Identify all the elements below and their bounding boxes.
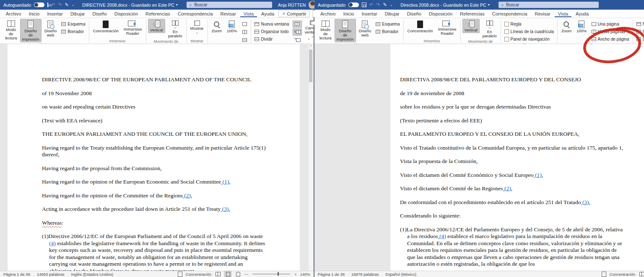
customize-toolbar-icon[interactable]: ⌄	[72, 3, 75, 7]
word-count[interactable]: 14693 palabras	[37, 272, 65, 277]
language-indicator[interactable]: Español (México)	[385, 272, 416, 277]
document-page[interactable]: DIRECTIVE 2008/98/EC OF THE EUROPEAN PAR…	[8, 44, 300, 271]
document-title[interactable]: DIRECTIVE 2008.docx - Guardado en Este P…	[82, 3, 177, 8]
arrange-all-button[interactable]: Organizar todo	[635, 28, 644, 35]
web-layout-button[interactable]: Diseño web	[357, 19, 374, 38]
share-button[interactable]: ↗ Compartir	[278, 10, 309, 17]
pen-icon[interactable]: ✎	[65, 3, 68, 7]
tab-correspondencia[interactable]: Correspondencia	[489, 10, 531, 17]
zoom-100-button[interactable]: 100%	[225, 19, 239, 34]
side-to-side-button[interactable]: ↔ En paralelo	[480, 19, 499, 39]
zoom-percentage[interactable]: 140%	[300, 272, 310, 277]
print-layout-button[interactable]: Diseño de impresión	[335, 19, 356, 42]
user-name[interactable]: Anja RÜTTEN	[278, 3, 306, 8]
read-mode-button[interactable]: Modo de lectura	[3, 19, 19, 41]
new-window-button[interactable]: Nueva ventana	[253, 21, 291, 27]
draft-button[interactable]: Borrador	[374, 28, 401, 35]
tab-vista[interactable]: Vista	[240, 10, 257, 17]
new-window-button[interactable]: Nueva ventana	[635, 21, 644, 27]
redo-icon[interactable]: ↷	[58, 3, 62, 7]
autosave-toggle[interactable]	[34, 3, 44, 7]
page-indicator[interactable]: Página 1 de 38	[318, 272, 345, 277]
split-button[interactable]: Dividir	[253, 36, 291, 42]
save-icon[interactable]	[362, 3, 366, 7]
read-mode-button[interactable]: Modo de lectura	[317, 19, 334, 41]
navigation-pane-checkbox[interactable]: Panel de navegación	[503, 36, 556, 42]
gridlines-checkbox[interactable]: Líneas de la cuadrícula	[503, 28, 556, 35]
arrange-all-button[interactable]: Organizar todo	[253, 28, 291, 35]
redo-icon[interactable]: ↷	[376, 3, 380, 7]
footnote-link[interactable]: (1)	[534, 172, 542, 178]
footnote-link[interactable]: (2)	[183, 192, 191, 199]
page-width-button[interactable]	[240, 36, 249, 44]
tab-revisar[interactable]: Revisar	[217, 10, 239, 17]
zoom-in-button[interactable]: +	[294, 272, 297, 277]
zoom-button[interactable]: Zoom	[210, 19, 224, 34]
tab-disposición[interactable]: Disposición	[111, 10, 141, 17]
tab-vista[interactable]: Vista	[555, 10, 571, 17]
tab-referencias[interactable]: Referencias	[142, 10, 174, 17]
immersive-reader-button[interactable]: Immersive Reader	[122, 19, 144, 36]
multiple-pages-button[interactable]	[240, 28, 249, 36]
footnote-link[interactable]: (3)	[581, 199, 589, 205]
view-side-by-side-button[interactable]	[293, 21, 302, 28]
print-layout-view-button[interactable]	[224, 271, 231, 277]
footnote-link[interactable]: (2)	[503, 185, 511, 192]
vertical-button[interactable]: ↕ Vertical	[462, 19, 480, 33]
tab-insertar[interactable]: Insertar	[44, 10, 66, 17]
scrollbar-thumb[interactable]	[309, 49, 312, 82]
outline-button[interactable]: Esquema	[60, 21, 87, 27]
scroll-up-icon[interactable]: ˄	[309, 44, 313, 47]
tab-diseño[interactable]: Diseño	[404, 10, 425, 17]
autosave-toggle[interactable]	[348, 3, 359, 7]
read-mode-view-button[interactable]	[639, 271, 644, 277]
undo-icon[interactable]: ↶	[51, 3, 55, 7]
split-button[interactable]: Dividir	[635, 36, 644, 42]
footnote-link[interactable]: (3)	[221, 206, 229, 212]
synchronous-scrolling-button[interactable]	[293, 28, 302, 36]
reset-window-position-button[interactable]	[293, 36, 302, 44]
one-page-button[interactable]	[240, 21, 249, 28]
pen-icon[interactable]: ✎	[383, 3, 387, 7]
zoom-100-button[interactable]: 100%	[574, 19, 589, 34]
footnote-link[interactable]: (1)	[221, 179, 229, 185]
tab-inicio[interactable]: Inicio	[340, 10, 358, 17]
tab-inicio[interactable]: Inicio	[26, 10, 43, 17]
zoom-button[interactable]: Zoom	[559, 19, 574, 34]
web-layout-view-button[interactable]	[235, 271, 241, 277]
show-dropdown-button[interactable]: Mostrar ⌄	[188, 19, 206, 35]
customize-toolbar-icon[interactable]: ⌄	[390, 3, 393, 7]
one-page-button[interactable]: Una página	[590, 21, 631, 27]
ruler-checkbox[interactable]: Regla	[503, 21, 556, 27]
tab-disposición[interactable]: Disposición	[426, 10, 456, 17]
tab-archivo[interactable]: Archivo	[317, 10, 339, 17]
tab-dibujar[interactable]: Dibujar	[382, 10, 403, 17]
tab-archivo[interactable]: Archivo	[3, 10, 25, 17]
multiple-pages-button[interactable]: Varias páginas	[590, 28, 631, 35]
vertical-scrollbar[interactable]: ˄	[309, 44, 313, 271]
focus-mode-button[interactable]: Concentración	[186, 272, 211, 277]
search-input[interactable]: ⌕ Buscar	[499, 2, 599, 8]
focus-mode-button[interactable]: Concentración	[610, 272, 635, 277]
tab-revisar[interactable]: Revisar	[532, 10, 554, 17]
tab-ayuda[interactable]: Ayuda	[572, 10, 592, 17]
collapse-ribbon-icon[interactable]: ⌃	[307, 38, 310, 42]
focus-button[interactable]: Concentración	[91, 19, 121, 34]
draft-button[interactable]: Borrador	[60, 28, 87, 35]
tab-dibujar[interactable]: Dibujar	[67, 10, 88, 17]
word-count[interactable]: 16878 palabras	[351, 272, 379, 277]
footnote-link[interactable]: (4)	[49, 240, 56, 246]
page-width-button[interactable]: Ancho de página	[590, 36, 631, 42]
page-indicator[interactable]: Página 1 de 36	[3, 272, 30, 277]
side-to-side-button[interactable]: ↔ En paralelo	[166, 19, 184, 39]
undo-icon[interactable]: ↶	[369, 3, 373, 7]
focus-button[interactable]: Concentración	[405, 19, 435, 34]
save-icon[interactable]	[47, 3, 48, 7]
tab-insertar[interactable]: Insertar	[358, 10, 380, 17]
tab-ayuda[interactable]: Ayuda	[258, 10, 278, 17]
zoom-out-button[interactable]: —	[244, 272, 248, 276]
zoom-slider[interactable]	[252, 274, 290, 274]
outline-button[interactable]: Esquema	[374, 21, 401, 27]
vertical-button[interactable]: ↕ Vertical	[148, 19, 165, 33]
tab-correspondencia[interactable]: Correspondencia	[174, 10, 216, 17]
